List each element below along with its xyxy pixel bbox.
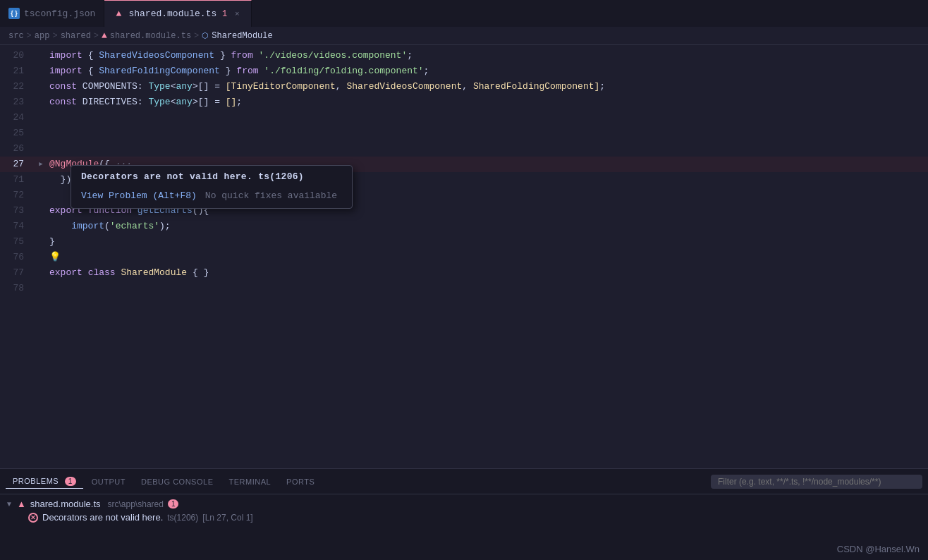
bc-sep-3: > (94, 31, 99, 41)
bc-angular-icon: ▲ (102, 30, 107, 41)
table-row: 24 (0, 110, 928, 126)
expand-icon: ▼ (6, 500, 13, 508)
table-row: 26 (0, 141, 928, 157)
bc-app[interactable]: app (35, 31, 50, 41)
line-number: 21 (0, 63, 35, 79)
line-content: import { SharedFoldingComponent } from '… (47, 63, 928, 79)
line-content: 💡 (47, 250, 928, 265)
line-number: 72 (0, 188, 35, 203)
line-content (47, 126, 928, 141)
line-content: export class SharedModule { } (47, 265, 928, 281)
line-content: const COMPONENTS: Type<any>[] = [TinyEdi… (47, 79, 928, 95)
tooltip-actions: View Problem (Alt+F8) No quick fixes ava… (71, 188, 352, 208)
tab-close-button[interactable]: × (231, 8, 243, 20)
line-content (47, 141, 928, 157)
bc-sep-1: > (27, 31, 32, 41)
line-number: 75 (0, 234, 35, 250)
panel-content: ▼ ▲ shared.module.ts src\app\shared 1 ✕ … (0, 494, 928, 560)
panel-tabs: PROBLEMS 1 OUTPUT DEBUG CONSOLE TERMINAL… (0, 469, 928, 494)
no-quick-fixes-text: No quick fixes available (205, 190, 337, 201)
ports-label: PORTS (286, 477, 315, 486)
tooltip-error-text: Decorators are not valid here. ts(1206) (71, 166, 352, 188)
bc-filename[interactable]: shared.module.ts (110, 31, 191, 41)
problem-path: src\app\shared (108, 499, 164, 509)
tab-debug-console[interactable]: DEBUG CONSOLE (134, 475, 220, 489)
code-lines: 20 import { SharedVideosComponent } from… (0, 45, 928, 299)
terminal-label: TERMINAL (228, 477, 271, 486)
table-row: 25 (0, 126, 928, 141)
table-row: 23 const DIRECTIVES: Type<any>[] = []; (0, 95, 928, 110)
line-number: 77 (0, 265, 35, 281)
table-row: 74 import('echarts'); (0, 219, 928, 234)
table-row: 21 import { SharedFoldingComponent } fro… (0, 63, 928, 79)
bc-sep-2: > (52, 31, 57, 41)
code-container: 20 import { SharedVideosComponent } from… (0, 45, 928, 468)
tab-tsconfig[interactable]: { } tsconfig.json (0, 0, 104, 27)
table-row: 20 import { SharedVideosComponent } from… (0, 48, 928, 63)
problem-filename: shared.module.ts (30, 499, 101, 509)
ts-icon: { } (8, 8, 20, 19)
problem-group[interactable]: ▼ ▲ shared.module.ts src\app\shared 1 (0, 497, 928, 511)
table-row: 77 export class SharedModule { } (0, 265, 928, 281)
table-row: 75 } (0, 234, 928, 250)
table-row: 76 💡 (0, 250, 928, 265)
tab-shared-module-label: shared.module.ts 1 (128, 8, 227, 19)
line-number: 76 (0, 250, 35, 265)
tab-output[interactable]: OUTPUT (85, 475, 133, 489)
tab-problems[interactable]: PROBLEMS 1 (6, 474, 83, 489)
line-number: 26 (0, 141, 35, 157)
bc-module[interactable]: SharedModule (212, 31, 272, 41)
problem-count-badge: 1 (168, 499, 179, 509)
filter-input[interactable] (711, 475, 922, 489)
bottom-panel: PROBLEMS 1 OUTPUT DEBUG CONSOLE TERMINAL… (0, 468, 928, 560)
line-number: 74 (0, 219, 35, 234)
bc-shared[interactable]: shared (61, 31, 91, 41)
bc-symbol-icon: ⬡ (202, 31, 209, 40)
tab-shared-module[interactable]: ▲ shared.module.ts 1 × (104, 0, 252, 27)
tab-terminal[interactable]: TERMINAL (221, 475, 278, 489)
line-content: } (47, 234, 928, 250)
line-number: 27 (0, 157, 35, 172)
problem-code: ts(1206) (167, 513, 198, 523)
angular-icon: ▲ (113, 8, 124, 20)
line-number: 73 (0, 203, 35, 219)
tab-tsconfig-label: tsconfig.json (24, 8, 95, 19)
tab-bar: { } tsconfig.json ▲ shared.module.ts 1 × (0, 0, 928, 27)
problem-location: [Ln 27, Col 1] (202, 513, 252, 523)
line-number: 22 (0, 79, 35, 95)
debug-console-label: DEBUG CONSOLE (141, 477, 213, 486)
view-problem-link[interactable]: View Problem (Alt+F8) (81, 190, 197, 201)
problems-label: PROBLEMS (13, 477, 59, 485)
problem-item[interactable]: ✕ Decorators are not valid here. ts(1206… (0, 511, 928, 524)
output-label: OUTPUT (92, 477, 126, 486)
problems-badge: 1 (65, 477, 76, 486)
watermark: CSDN @Hansel.Wn (837, 544, 920, 554)
line-content: import { SharedVideosComponent } from '.… (47, 48, 928, 63)
line-number: 20 (0, 48, 35, 63)
line-content: import('echarts'); (47, 219, 928, 234)
line-number: 78 (0, 281, 35, 296)
line-number: 23 (0, 95, 35, 110)
editor-area: 20 import { SharedVideosComponent } from… (0, 45, 928, 468)
table-row: 22 const COMPONENTS: Type<any>[] = [Tiny… (0, 79, 928, 95)
bc-sep-4: > (194, 31, 199, 41)
line-number: 71 (0, 172, 35, 188)
line-number: 25 (0, 126, 35, 141)
breadcrumb: src > app > shared > ▲ shared.module.ts … (0, 27, 928, 45)
error-tooltip: Decorators are not valid here. ts(1206) … (71, 165, 353, 209)
line-content: const DIRECTIVES: Type<any>[] = []; (47, 95, 928, 110)
line-content (47, 110, 928, 126)
problem-angular-icon: ▲ (17, 499, 26, 509)
error-icon: ✕ (28, 513, 38, 523)
line-arrow[interactable]: ▶ (35, 157, 47, 172)
line-content (47, 281, 928, 296)
tab-ports[interactable]: PORTS (279, 475, 322, 489)
problem-message: Decorators are not valid here. (42, 512, 163, 523)
line-number: 24 (0, 110, 35, 126)
bc-src[interactable]: src (8, 31, 24, 41)
table-row: 78 (0, 281, 928, 296)
